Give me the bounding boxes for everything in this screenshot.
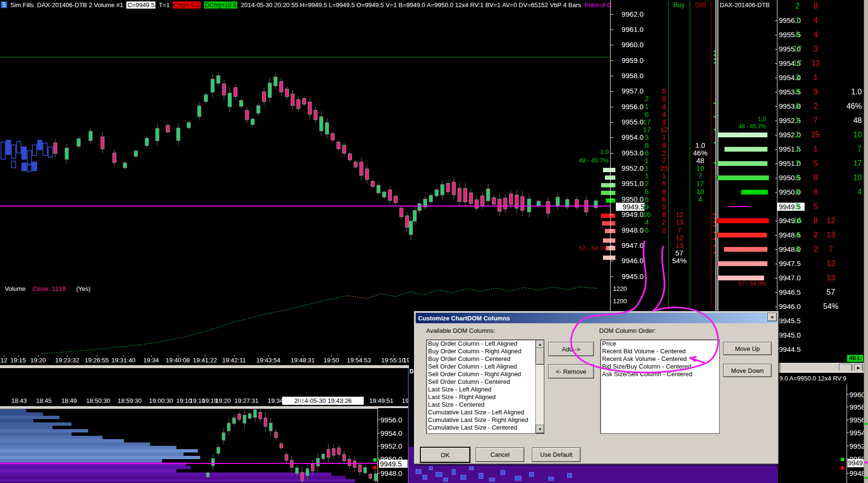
dom-ask-size-cell[interactable]: 2 bbox=[807, 231, 824, 239]
dom-sell-column-cell[interactable]: 17 bbox=[691, 179, 710, 187]
dom-sell-column-cell[interactable]: 4 bbox=[691, 195, 710, 203]
dom-ask-size-cell[interactable]: 8 bbox=[807, 174, 824, 182]
dom-bid-size-cell[interactable]: 8 bbox=[639, 141, 655, 149]
dom-ask-size-cell[interactable]: 6 bbox=[807, 188, 824, 196]
dom-bid-size-cell[interactable]: 6 bbox=[789, 102, 806, 111]
dom-ask-size-cell[interactable]: 1 bbox=[807, 73, 824, 82]
dom-sell-column-cell[interactable]: 48 bbox=[691, 156, 710, 164]
dom-buy-column-cell[interactable]: 12 bbox=[822, 216, 839, 225]
available-columns-listbox[interactable]: ▲ ▼ Buy Order Column - Left AlignedBuy O… bbox=[426, 339, 544, 434]
dom-bid-size-cell[interactable]: 6 bbox=[789, 31, 806, 39]
dom-bid-size-cell[interactable]: 3 bbox=[639, 133, 655, 141]
dom-bid-size-cell[interactable]: 9 bbox=[639, 203, 655, 211]
close-icon[interactable]: × bbox=[767, 313, 777, 321]
dom-buy-column-cell[interactable]: 13 bbox=[822, 231, 839, 239]
dom-bid-size-cell[interactable]: 6 bbox=[789, 245, 806, 254]
available-column-item[interactable]: Buy Order Column - Left Aligned bbox=[427, 340, 536, 348]
dom-bid-size-cell[interactable]: 17 bbox=[639, 125, 655, 134]
ok-button[interactable]: OK bbox=[420, 447, 470, 463]
dom-bid-size-cell[interactable]: 17 bbox=[789, 45, 806, 53]
dom-bid-size-cell[interactable]: 2 bbox=[639, 94, 655, 103]
dom-ask-size-cell[interactable]: 4 bbox=[807, 31, 824, 39]
dom-ask-size-cell[interactable]: 6 bbox=[656, 195, 672, 203]
available-column-item[interactable]: Sell Order Column - Left Aligned bbox=[427, 363, 536, 370]
dom-bid-size-cell[interactable]: 4 bbox=[789, 231, 806, 239]
dom-ask-size-cell[interactable]: 1 bbox=[656, 133, 672, 141]
dom-ask-size-cell[interactable]: 4 bbox=[656, 103, 672, 111]
available-column-item[interactable]: Sell Order Column - Right Aligned bbox=[427, 370, 536, 378]
available-column-item[interactable]: Cumulative Last Size - Left Aligned bbox=[427, 409, 536, 416]
scroll-down-icon[interactable]: ▼ bbox=[536, 425, 544, 433]
dom-bid-size-cell[interactable]: 6 bbox=[789, 188, 806, 196]
dom-ask-size-cell[interactable]: 5 bbox=[656, 179, 672, 187]
dom-ask-size-cell[interactable]: 2 bbox=[656, 226, 672, 234]
dom-sell-column-cell[interactable]: 10 bbox=[691, 164, 710, 172]
dom-bid-size-cell[interactable]: 1 bbox=[789, 131, 806, 139]
dom-ask-size-cell[interactable]: 3 bbox=[807, 45, 824, 53]
dom-ask-size-cell[interactable]: 5 bbox=[656, 87, 672, 95]
dom-buy-column-cell[interactable]: 12 bbox=[670, 210, 688, 218]
dom-ask-size-cell[interactable]: 5 bbox=[807, 202, 824, 211]
dom-bid-size-cell[interactable]: 1 bbox=[789, 145, 806, 154]
dialog-title-bar[interactable]: Customize ChartDOM Columns bbox=[416, 313, 777, 323]
available-column-item[interactable]: Sell Order Column - Centered bbox=[427, 378, 536, 386]
dom-ask-size-cell[interactable]: 9 bbox=[656, 141, 672, 149]
dom-bid-size-cell[interactable]: 16 bbox=[789, 216, 806, 225]
order-column-item[interactable]: Recent Ask Volume - Centered bbox=[601, 355, 719, 363]
dom-ask-size-cell[interactable]: 4 bbox=[656, 110, 672, 118]
dom-ask-size-cell[interactable]: 7 bbox=[656, 156, 672, 164]
dom-buy-column-cell[interactable]: 57 bbox=[670, 249, 688, 257]
dom-ask-size-cell[interactable]: 5 bbox=[656, 203, 672, 211]
available-column-item[interactable]: Last Size - Centered bbox=[427, 401, 536, 409]
dom-bid-size-cell[interactable]: 6 bbox=[639, 226, 655, 234]
dom-buy-column-cell[interactable]: 13 bbox=[822, 274, 839, 282]
available-column-item[interactable]: Last Size - Left Aligned bbox=[427, 386, 536, 393]
dom-buy-column-cell[interactable]: 13 bbox=[670, 241, 688, 249]
dom-bid-size-cell[interactable]: 2 bbox=[789, 2, 806, 10]
dom-ask-size-cell[interactable]: 4 bbox=[807, 16, 824, 25]
available-column-item[interactable]: Cumulative Last Size - Right Aligned bbox=[427, 416, 536, 424]
move-up-button[interactable]: Move Up bbox=[723, 342, 772, 355]
dom-bid-size-cell[interactable]: 3 bbox=[789, 73, 806, 82]
dom-sell-column-cell[interactable]: 1.0 bbox=[691, 141, 710, 149]
dom-bid-size-cell[interactable]: 17 bbox=[789, 59, 806, 68]
dom-ask-size-cell[interactable]: 3 bbox=[656, 118, 672, 126]
order-column-item[interactable]: Ask Size/Sell Column - Centered bbox=[601, 370, 719, 378]
dom-sell-column-cell[interactable]: 4 bbox=[840, 188, 862, 196]
dom-bid-size-cell[interactable]: 1 bbox=[639, 103, 655, 111]
dom-bid-size-cell[interactable]: 6 bbox=[639, 149, 655, 157]
remove-column-button[interactable]: <- Remove bbox=[548, 364, 594, 379]
dom-bid-size-cell[interactable]: 9 bbox=[789, 202, 806, 211]
dom-bid-size-cell[interactable]: 2 bbox=[639, 179, 655, 187]
dom-bid-size-cell[interactable]: 1 bbox=[789, 16, 806, 25]
dom-ask-size-cell[interactable]: 8 bbox=[656, 210, 672, 218]
dom-ask-size-cell[interactable]: 8 bbox=[656, 187, 672, 195]
dom-buy-column-cell[interactable]: 7 bbox=[670, 226, 688, 234]
dom-ask-size-cell[interactable]: 2 bbox=[656, 149, 672, 157]
dom-bid-size-cell[interactable]: 6 bbox=[639, 110, 655, 118]
available-column-item[interactable]: Cumulative Last Size - Centered bbox=[427, 424, 536, 432]
dom-ask-size-cell[interactable]: 8 bbox=[807, 2, 824, 10]
column-order-listbox[interactable]: PriceRecent Bid Volume - CenteredRecent … bbox=[600, 339, 720, 434]
dom-sell-column-cell[interactable]: 10 bbox=[691, 187, 710, 195]
dom-ask-size-cell[interactable]: 12 bbox=[656, 125, 672, 134]
dom-bid-size-cell[interactable]: 4 bbox=[639, 218, 655, 226]
dom-buy-column-cell[interactable]: 13 bbox=[670, 218, 688, 226]
dom-ask-size-cell[interactable]: 1 bbox=[807, 145, 824, 154]
order-column-item[interactable]: Recent Bid Volume - Centered bbox=[601, 348, 719, 355]
dom-ask-size-cell[interactable]: 2 bbox=[807, 245, 824, 254]
dom-ask-size-cell[interactable]: 2 bbox=[656, 218, 672, 226]
dom-sell-column-cell[interactable]: 46% bbox=[691, 149, 710, 157]
available-column-item[interactable]: Last Size - Right Aligned bbox=[427, 393, 536, 401]
dom-bid-size-cell[interactable]: 1 bbox=[789, 116, 806, 125]
dom-bid-size-cell[interactable]: 8 bbox=[789, 88, 806, 96]
dom-ask-size-cell[interactable]: 1 bbox=[656, 172, 672, 180]
dom-bid-size-cell[interactable]: 1 bbox=[639, 156, 655, 164]
dom-ask-size-cell[interactable]: 12 bbox=[807, 59, 824, 68]
dom-ask-size-cell[interactable]: 5 bbox=[807, 159, 824, 168]
dom-ask-size-cell[interactable]: 25 bbox=[656, 164, 672, 172]
dom-bid-size-cell[interactable]: 1 bbox=[639, 172, 655, 180]
dom-buy-column-cell[interactable]: 54% bbox=[822, 302, 839, 311]
cancel-button[interactable]: Cancel bbox=[476, 447, 524, 462]
dom-bid-size-cell[interactable]: 2 bbox=[789, 159, 806, 168]
